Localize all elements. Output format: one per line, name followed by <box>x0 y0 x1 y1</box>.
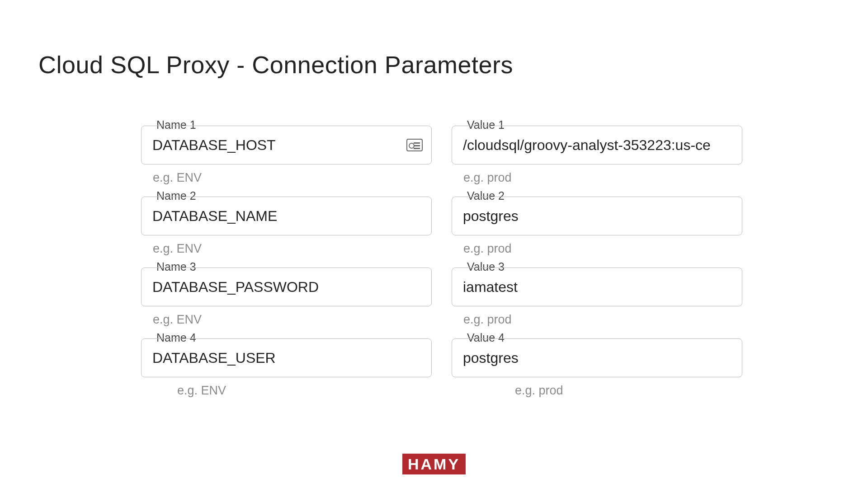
field-name-3: Name 3 <box>141 267 432 306</box>
helper-name-4: e.g. ENV <box>177 384 432 398</box>
input-name-3[interactable] <box>152 279 420 296</box>
helper-value-2: e.g. prod <box>463 242 742 256</box>
helper-value-1: e.g. prod <box>463 171 742 185</box>
helper-name-1: e.g. ENV <box>153 171 432 185</box>
input-value-1[interactable] <box>463 137 731 154</box>
brand-logo: HAMY <box>402 454 466 474</box>
helper-value-4: e.g. prod <box>515 384 742 398</box>
contact-card-icon[interactable] <box>406 138 423 152</box>
input-name-1[interactable] <box>152 137 420 154</box>
page-title: Cloud SQL Proxy - Connection Parameters <box>38 51 513 79</box>
field-value-4: Value 4 <box>452 338 742 377</box>
input-value-4[interactable] <box>463 350 731 366</box>
connection-params-form: Name 1 e.g. ENV Value <box>141 117 742 425</box>
field-name-2: Name 2 <box>141 197 432 235</box>
field-value-3: Value 3 <box>452 267 742 306</box>
input-value-3[interactable] <box>463 279 731 296</box>
field-value-1: Value 1 <box>452 126 742 164</box>
input-value-2[interactable] <box>463 208 731 225</box>
input-name-2[interactable] <box>152 208 420 225</box>
helper-name-3: e.g. ENV <box>153 313 432 327</box>
field-value-2: Value 2 <box>452 197 742 235</box>
field-name-4: Name 4 <box>141 338 432 377</box>
input-name-4[interactable] <box>152 350 420 366</box>
brand-logo-text: HAMY <box>408 456 460 472</box>
field-name-1: Name 1 <box>141 126 432 164</box>
helper-name-2: e.g. ENV <box>153 242 432 256</box>
helper-value-3: e.g. prod <box>463 313 742 327</box>
